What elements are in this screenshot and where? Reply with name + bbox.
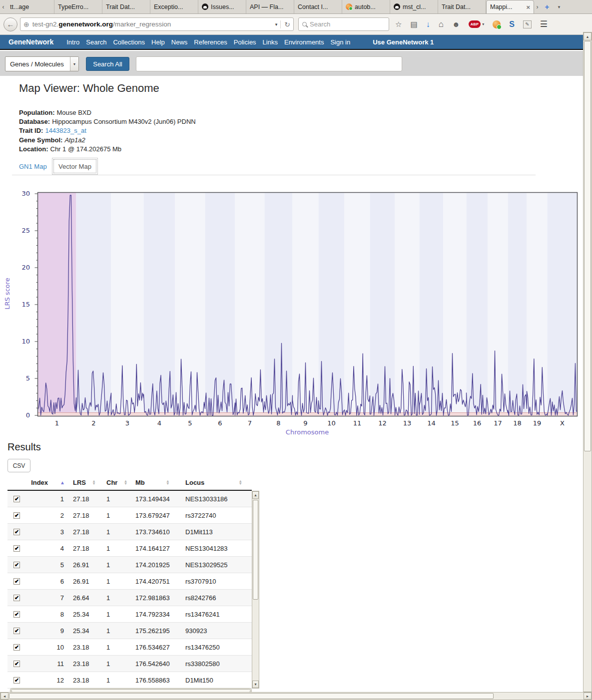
scroll-up-icon[interactable]: ▴	[584, 32, 592, 40]
scrollbar-thumb[interactable]	[9, 693, 494, 699]
chromosome-band	[293, 193, 319, 416]
hamburger-menu-icon[interactable]: ☰	[540, 20, 548, 28]
nav-item-references[interactable]: References	[194, 38, 227, 46]
tab-gn1-map[interactable]: GN1 Map	[19, 163, 47, 170]
column-header-lrs[interactable]: LRS▴▾	[65, 479, 97, 486]
sort-icon[interactable]: ▴▾	[124, 480, 126, 485]
browser-tab[interactable]: mst_cl...	[390, 0, 438, 13]
edit-extension-icon[interactable]: ✎	[523, 20, 532, 28]
table-vertical-scrollbar[interactable]: ▴ ▾	[252, 491, 259, 689]
column-header-locus[interactable]: Locus▴▾	[178, 479, 252, 486]
url-bar[interactable]: ⊕ test-gn2.genenetwork.org/marker_regres…	[20, 17, 294, 31]
browser-search-input[interactable]: Search	[298, 17, 389, 31]
bookmark-star-icon[interactable]: ☆	[395, 20, 402, 28]
sort-ascending-icon[interactable]: ▲	[60, 480, 65, 485]
y-tick-label: 10	[14, 338, 30, 345]
sort-icon[interactable]: ▴▾	[239, 480, 241, 485]
nav-item-policies[interactable]: Policies	[234, 38, 256, 46]
row-checkbox[interactable]: ✔	[13, 512, 20, 519]
row-checkbox[interactable]: ✔	[13, 661, 20, 667]
site-navbar: GeneNetwork Intro Search Collections Hel…	[0, 35, 583, 50]
nav-item-signin[interactable]: Sign in	[330, 38, 350, 46]
nav-item-collections[interactable]: Collections	[113, 38, 145, 46]
results-table: Index▲ LRS▴▾ Chr▴▾ Mb▴▾ Locus▴▾ ✔127.181…	[7, 475, 252, 689]
cell-index: 11	[32, 660, 65, 668]
trait-id-link[interactable]: 1443823_s_at	[45, 127, 86, 134]
browser-tab[interactable]: API — Fla...	[246, 0, 294, 13]
column-header-index[interactable]: Index▲	[32, 479, 65, 486]
search-all-button[interactable]: Search All	[86, 57, 129, 71]
adblock-icon[interactable]: ABP ▾	[469, 20, 484, 28]
cell-mb: 174.420751	[128, 578, 178, 585]
browser-tab[interactable]: Contact I...	[294, 0, 342, 13]
column-header-chr[interactable]: Chr▴▾	[97, 479, 128, 486]
x-tick-label: 19	[527, 419, 547, 427]
nav-item-help[interactable]: Help	[151, 38, 165, 46]
browser-tab[interactable]: Trait Dat...	[102, 0, 150, 13]
row-checkbox[interactable]: ✔	[13, 595, 20, 601]
downloads-icon[interactable]: ↓	[426, 20, 430, 28]
nav-item-intro[interactable]: Intro	[66, 38, 79, 46]
tab-scroll-left-icon[interactable]: ‹	[0, 0, 6, 13]
back-button[interactable]: ←	[3, 17, 17, 31]
search-category-select[interactable]: Genes / Molecules ▾	[5, 56, 79, 71]
browser-tab[interactable]: Exceptio...	[150, 0, 198, 13]
adblock-dropdown-icon[interactable]: ▾	[482, 22, 484, 26]
row-checkbox[interactable]: ✔	[13, 529, 20, 535]
browser-tab[interactable]: autob...	[342, 0, 390, 13]
scrollbar-thumb[interactable]	[253, 500, 258, 600]
cell-locus: rs8242766	[178, 594, 252, 602]
home-icon[interactable]: ⌂	[439, 20, 444, 28]
site-brand[interactable]: GeneNetwork	[8, 38, 53, 46]
tab-vector-map[interactable]: Vector Map	[52, 158, 98, 175]
scroll-down-icon[interactable]: ▾	[252, 681, 259, 688]
firefox-addon-icon	[346, 3, 352, 10]
sort-icon[interactable]: ▴▾	[93, 480, 95, 485]
new-tab-button[interactable]: +	[541, 0, 554, 13]
nav-item-links[interactable]: Links	[263, 38, 278, 46]
browser-tab-active[interactable]: Mappi... ×	[486, 0, 534, 13]
row-checkbox[interactable]: ✔	[13, 578, 20, 585]
scroll-right-icon[interactable]: ▸	[584, 693, 592, 700]
csv-export-button[interactable]: CSV	[7, 459, 30, 472]
cell-index: 12	[32, 677, 65, 684]
browser-tab[interactable]: Trait Dat...	[438, 0, 486, 13]
browser-tab[interactable]: TypeErro...	[54, 0, 102, 13]
row-checkbox[interactable]: ✔	[13, 677, 20, 684]
row-checkbox[interactable]: ✔	[13, 644, 20, 651]
s-extension-icon[interactable]: S	[509, 20, 515, 29]
browser-tab[interactable]: Issues...	[198, 0, 246, 13]
reload-icon[interactable]: ↻	[280, 20, 290, 28]
page-horizontal-scrollbar[interactable]: ◂ ▸	[0, 692, 592, 700]
info-database: Database:Hippocampus Consortium M430v2 (…	[19, 117, 196, 126]
tab-list-dropdown-icon[interactable]: ▾	[554, 0, 565, 13]
row-checkbox[interactable]: ✔	[13, 562, 20, 568]
row-checkbox[interactable]: ✔	[13, 545, 20, 552]
scroll-up-icon[interactable]: ▴	[252, 491, 259, 499]
sort-icon[interactable]: ▴▾	[167, 480, 169, 485]
use-genenetwork1-link[interactable]: Use GeneNetwork 1	[373, 38, 434, 46]
nav-item-search[interactable]: Search	[86, 38, 106, 46]
row-checkbox[interactable]: ✔	[13, 611, 20, 618]
proxy-extension-icon[interactable]	[493, 20, 501, 28]
row-checkbox[interactable]: ✔	[13, 628, 20, 634]
tab-scroll-right-icon[interactable]: ›	[534, 0, 541, 13]
nav-item-environments[interactable]: Environments	[284, 38, 324, 46]
cell-chr: 1	[97, 611, 128, 618]
reading-list-icon[interactable]: ▤	[410, 20, 417, 28]
scroll-left-icon[interactable]: ◂	[0, 693, 8, 700]
tab-close-icon[interactable]: ×	[526, 3, 530, 11]
page-vertical-scrollbar[interactable]: ▴ ▾	[583, 32, 592, 700]
globe-icon: ⊕	[23, 20, 29, 28]
column-header-mb[interactable]: Mb▴▾	[128, 479, 178, 486]
browser-tab[interactable]: tt...age	[6, 0, 54, 13]
site-search-input[interactable]	[136, 56, 402, 71]
row-checkbox[interactable]: ✔	[13, 496, 20, 502]
url-dropdown-icon[interactable]: ▾	[272, 22, 281, 27]
nav-item-news[interactable]: News	[171, 38, 188, 46]
url-text: test-gn2.genenetwork.org/marker_regressi…	[32, 20, 272, 28]
chevron-down-icon[interactable]: ▾	[70, 57, 78, 71]
chromosome-band	[467, 193, 488, 416]
scrollbar-thumb[interactable]	[584, 41, 591, 451]
chat-extension-icon[interactable]: ☻	[452, 20, 460, 28]
